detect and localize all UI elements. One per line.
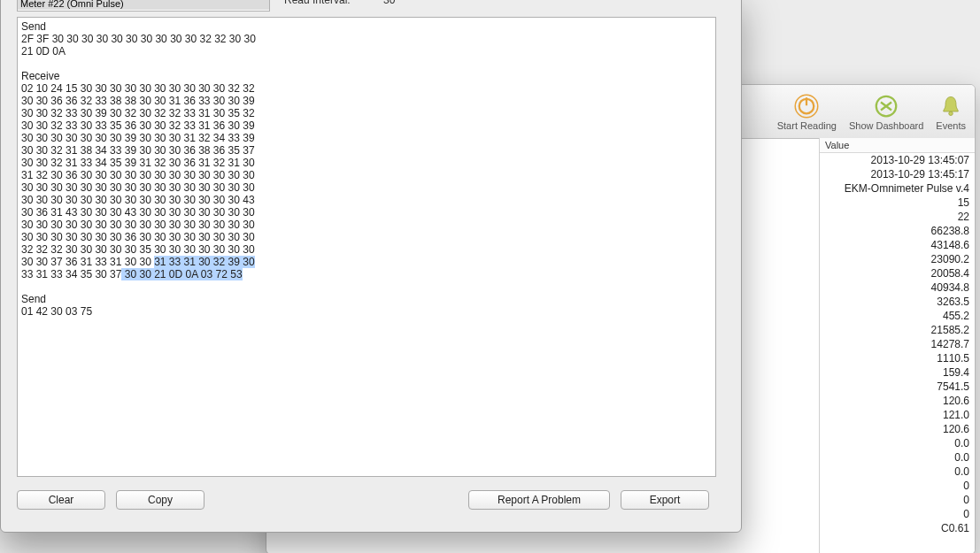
events-button[interactable]: Events <box>936 92 966 131</box>
value-row[interactable]: 0 <box>820 479 975 493</box>
show-dashboard-button[interactable]: Show Dashboard <box>849 92 923 131</box>
value-row[interactable]: C0.61 <box>820 521 975 535</box>
value-row[interactable]: 120.6 <box>820 394 975 408</box>
hex-line: 30 30 30 30 30 30 30 30 30 30 30 30 30 3… <box>21 219 715 231</box>
value-row[interactable]: 23090.2 <box>820 252 975 266</box>
value-row[interactable]: 121.0 <box>820 408 975 422</box>
read-interval-label: Read Interval: <box>284 0 351 6</box>
hex-line: 30 30 32 33 30 39 30 32 30 32 32 33 31 3… <box>21 107 715 119</box>
values-panel: Value 2013-10-29 13:45:072013-10-29 13:4… <box>819 138 975 553</box>
value-row[interactable]: 0.0 <box>820 450 975 465</box>
value-row[interactable]: 455.2 <box>820 309 975 323</box>
value-row[interactable]: 14278.7 <box>820 337 975 351</box>
value-row[interactable]: 159.4 <box>820 365 975 380</box>
meter-list-item[interactable]: Meter #22 (Omni Pulse) <box>18 0 269 10</box>
value-row[interactable]: 43148.6 <box>820 238 975 252</box>
value-row[interactable]: 66238.8 <box>820 224 975 238</box>
values-list: 2013-10-29 13:45:072013-10-29 13:45:17EK… <box>820 153 975 535</box>
events-label: Events <box>936 120 966 131</box>
hex-line: 21 0D 0A <box>21 45 715 58</box>
svg-rect-2 <box>806 97 807 105</box>
hex-line: 30 30 32 31 33 34 35 39 31 32 30 36 31 3… <box>21 157 715 169</box>
values-column-header[interactable]: Value <box>820 138 975 153</box>
copy-button[interactable]: Copy <box>116 490 204 510</box>
show-dashboard-label: Show Dashboard <box>849 120 923 131</box>
hex-section-title: Send <box>21 20 715 33</box>
hex-line: 02 10 24 15 30 30 30 30 30 30 30 30 30 3… <box>21 82 715 95</box>
value-row[interactable]: 0 <box>820 507 975 521</box>
value-row[interactable]: 0.0 <box>820 436 975 450</box>
value-row[interactable]: 3263.5 <box>820 295 975 309</box>
export-button[interactable]: Export <box>621 490 709 510</box>
hex-line: 30 30 30 30 30 30 30 30 30 30 30 30 30 3… <box>21 181 715 194</box>
value-row[interactable]: 0.0 <box>820 465 975 479</box>
start-reading-label: Start Reading <box>777 120 837 131</box>
hex-line: 30 36 31 43 30 30 30 43 30 30 30 30 30 3… <box>21 206 715 219</box>
hex-line: 33 31 33 34 35 30 37 30 30 21 0D 0A 03 7… <box>21 268 715 280</box>
value-row[interactable]: 40934.8 <box>820 280 975 295</box>
hex-line: 30 30 30 30 30 30 30 30 30 30 30 30 30 3… <box>21 194 715 206</box>
hex-line: 30 30 30 30 30 30 30 36 30 30 30 30 30 3… <box>21 231 715 243</box>
value-row[interactable]: 20058.4 <box>820 266 975 280</box>
value-row[interactable]: EKM-Omnimeter Pulse v.4 <box>820 181 975 196</box>
value-row[interactable]: 2013-10-29 13:45:17 <box>820 167 975 181</box>
svg-point-4 <box>949 111 953 116</box>
value-row[interactable]: 22 <box>820 210 975 224</box>
hex-log-window: Meter #222 (Omni Pulse)Meter #22 (Omni P… <box>0 0 742 533</box>
value-row[interactable]: 120.6 <box>820 422 975 436</box>
hex-section-title: Send <box>21 293 715 305</box>
hex-line: 30 30 32 33 30 33 35 36 30 30 32 33 31 3… <box>21 119 715 132</box>
hex-line: 30 30 32 31 38 34 33 39 30 30 30 36 38 3… <box>21 144 715 157</box>
hex-line: 30 30 30 30 30 30 30 39 30 30 30 31 32 3… <box>21 132 715 144</box>
value-row[interactable]: 15 <box>820 196 975 210</box>
hex-log-textarea[interactable]: Send2F 3F 30 30 30 30 30 30 30 30 30 30 … <box>17 17 716 477</box>
start-reading-button[interactable]: Start Reading <box>777 92 837 131</box>
hex-section-title: Receive <box>21 70 715 82</box>
dashboard-icon <box>872 92 900 120</box>
value-row[interactable]: 7541.5 <box>820 380 975 394</box>
value-row[interactable]: 21585.2 <box>820 323 975 337</box>
hex-line: 01 42 30 03 75 <box>21 305 715 318</box>
clear-button[interactable]: Clear <box>17 490 105 510</box>
report-a-problem-button[interactable]: Report A Problem <box>468 490 610 510</box>
hex-line: 2F 3F 30 30 30 30 30 30 30 30 30 30 32 3… <box>21 33 715 45</box>
bottom-button-bar: Clear Copy Report A Problem Export <box>17 488 720 512</box>
value-row[interactable]: 2013-10-29 13:45:07 <box>820 153 975 167</box>
read-interval-value: 30 <box>383 0 395 6</box>
hex-line: 30 30 36 36 32 33 38 38 30 30 31 36 33 3… <box>21 95 715 107</box>
meter-list[interactable]: Meter #222 (Omni Pulse)Meter #22 (Omni P… <box>17 0 270 12</box>
hex-line: 30 30 37 36 31 33 31 30 30 31 33 31 30 3… <box>21 256 715 268</box>
hex-line: 31 32 30 36 30 30 30 30 30 30 30 30 30 3… <box>21 169 715 181</box>
bell-icon <box>937 92 965 120</box>
value-row[interactable]: 1110.5 <box>820 351 975 365</box>
power-icon <box>792 92 821 120</box>
value-row[interactable]: 0 <box>820 493 975 507</box>
hex-line: 32 32 32 30 30 30 30 30 35 30 30 30 30 3… <box>21 243 715 256</box>
